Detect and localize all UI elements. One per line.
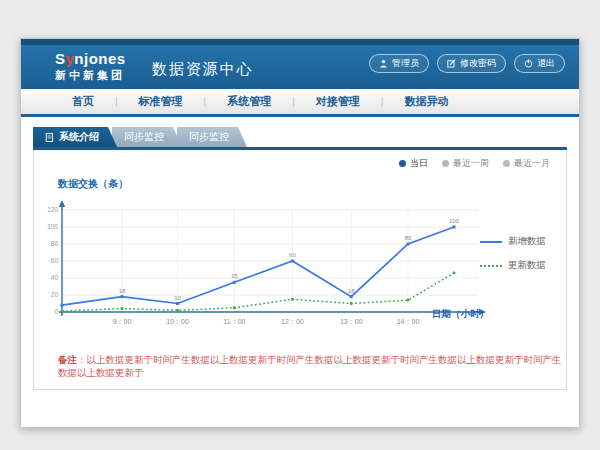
footnote-prefix: 备注 <box>58 354 77 365</box>
radio-dot <box>442 160 449 167</box>
logo-company-name: 新中新集团 <box>55 68 126 83</box>
logo-wordmark: Synjones <box>55 51 126 66</box>
radio-option-0[interactable]: 当日 <box>399 157 428 170</box>
nav-item-1[interactable]: 标准管理 <box>118 94 204 109</box>
nav-item-0[interactable]: 首页 <box>51 94 115 109</box>
tab-label: 系统介绍 <box>59 130 99 144</box>
tab-2[interactable]: 同步监控 <box>177 127 247 147</box>
brand-logo[interactable]: Synjones 新中新集团 <box>55 51 126 83</box>
document-icon <box>45 133 54 142</box>
nav-item-4[interactable]: 数据异动 <box>383 94 469 109</box>
svg-text:18: 18 <box>348 288 355 294</box>
tab-0[interactable]: 系统介绍 <box>33 127 117 147</box>
radio-label: 当日 <box>410 157 428 170</box>
svg-text:10: 10 <box>174 295 181 301</box>
user-button-label: 管理员 <box>392 57 419 70</box>
nav-item-2[interactable]: 系统管理 <box>206 94 292 109</box>
nav-item-3[interactable]: 对接管理 <box>295 94 381 109</box>
app-header: Synjones 新中新集团 数据资源中心 管理员修改密码退出 <box>21 45 579 89</box>
user-toolbar: 管理员修改密码退出 <box>369 54 565 73</box>
user-button-label: 修改密码 <box>460 57 496 70</box>
radio-option-1[interactable]: 最近一周 <box>442 157 489 170</box>
page-title: 数据资源中心 <box>152 60 254 79</box>
tab-label: 同步监控 <box>124 130 164 144</box>
svg-text:80: 80 <box>405 235 412 241</box>
svg-text:10：00: 10：00 <box>166 318 189 325</box>
content-area: 系统介绍同步监控同步监控 当日最近一周最近一月 数据交换（条） 02040608… <box>21 117 579 390</box>
svg-text:0: 0 <box>54 308 58 315</box>
user-button-edit[interactable]: 修改密码 <box>437 54 506 73</box>
svg-text:13：00: 13：00 <box>340 318 363 325</box>
svg-text:35: 35 <box>231 273 238 279</box>
legend-line-sample <box>480 241 502 243</box>
logout-icon <box>524 59 533 68</box>
legend-item-0: 新增数据 <box>480 235 546 248</box>
tab-1[interactable]: 同步监控 <box>112 127 182 147</box>
tab-bar: 系统介绍同步监控同步监控 <box>33 127 567 147</box>
svg-text:40: 40 <box>51 274 59 281</box>
chart-legend: 新增数据更新数据 <box>480 235 546 283</box>
svg-text:60: 60 <box>51 257 59 264</box>
svg-text:60: 60 <box>289 252 296 258</box>
footnote: 备注：以上数据更新于时间产生数据以上数据更新于时间产生数据以上数据更新于时间产生… <box>58 353 566 379</box>
svg-text:11：00: 11：00 <box>223 318 245 325</box>
svg-text:20: 20 <box>51 291 59 298</box>
radio-option-2[interactable]: 最近一月 <box>503 157 550 170</box>
radio-label: 最近一月 <box>514 157 550 170</box>
y-axis-title: 数据交换（条） <box>58 177 128 191</box>
user-icon <box>379 59 388 68</box>
svg-text:18: 18 <box>119 288 126 294</box>
radio-dot <box>503 160 510 167</box>
svg-text:100: 100 <box>47 223 58 230</box>
svg-text:80: 80 <box>51 240 59 247</box>
legend-line-sample <box>480 265 502 267</box>
svg-text:100: 100 <box>449 218 460 224</box>
tab-label: 同步监控 <box>189 130 229 144</box>
svg-text:9：00: 9：00 <box>113 318 132 325</box>
main-navigation: 首页|标准管理|系统管理|对接管理|数据异动 <box>21 89 579 114</box>
user-button-user[interactable]: 管理员 <box>369 54 429 73</box>
legend-item-1: 更新数据 <box>480 259 546 272</box>
browser-page: Synjones 新中新集团 数据资源中心 管理员修改密码退出 首页|标准管理|… <box>20 38 580 428</box>
content-panel: 当日最近一周最近一月 数据交换（条） 0204060801001209：0010… <box>33 150 567 390</box>
x-axis-title: 日期（小时） <box>432 308 489 321</box>
time-range-filter: 当日最近一周最近一月 <box>399 157 550 170</box>
radio-dot <box>399 160 406 167</box>
legend-label: 更新数据 <box>508 259 546 272</box>
footnote-text: ：以上数据更新于时间产生数据以上数据更新于时间产生数据以上数据更新于时间产生数据… <box>58 354 562 378</box>
legend-label: 新增数据 <box>508 235 546 248</box>
svg-text:12：00: 12：00 <box>281 318 304 325</box>
user-button-logout[interactable]: 退出 <box>514 54 565 73</box>
user-button-label: 退出 <box>537 57 555 70</box>
radio-label: 最近一周 <box>453 157 489 170</box>
svg-text:120: 120 <box>47 206 58 213</box>
svg-text:14：00: 14：00 <box>397 318 420 325</box>
edit-icon <box>447 59 456 68</box>
desktop-background: Synjones 新中新集团 数据资源中心 管理员修改密码退出 首页|标准管理|… <box>0 0 600 450</box>
